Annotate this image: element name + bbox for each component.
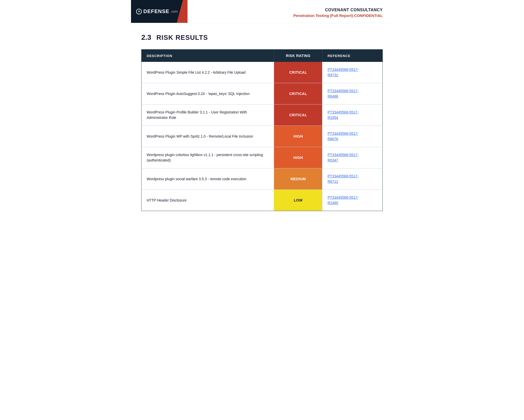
table-body: WordPress Plugin Simple File List 4.2.2 … bbox=[142, 62, 383, 211]
logo-section: ✦ DEFENSE .com bbox=[131, 0, 188, 23]
header-right: COVENANT CONSULTANCY Penetration Testing… bbox=[188, 0, 393, 23]
cell-reference: PT33445566-5517-R8712 bbox=[322, 168, 383, 190]
page-header: ✦ DEFENSE .com COVENANT CONSULTANCY Pene… bbox=[131, 0, 393, 23]
cell-reference: PT33445566-5517-R1654 bbox=[322, 104, 383, 126]
reference-link[interactable]: PT33445566-5517-R2465 bbox=[327, 195, 359, 205]
logo: ✦ DEFENSE .com bbox=[131, 8, 178, 14]
cell-reference: PT33445566-5517-R0347 bbox=[322, 147, 383, 168]
cell-risk-rating: MEDIUM bbox=[274, 168, 322, 190]
cell-risk-rating: CRITICAL bbox=[274, 62, 322, 83]
cell-risk-rating: HIGH bbox=[274, 126, 322, 147]
table-row: WordPress Plugin Profile Builder 3.1.1 -… bbox=[142, 104, 383, 126]
reference-link[interactable]: PT33445566-5517-R1654 bbox=[327, 110, 359, 120]
reference-link[interactable]: PT33445566-5517-R8712 bbox=[327, 174, 359, 184]
logo-defense: DEFENSE bbox=[143, 8, 169, 14]
col-risk-rating: RISK RATING bbox=[274, 50, 322, 62]
table-header-row: DESCRIPTION RISK RATING REFERENCE bbox=[142, 50, 383, 62]
table-row: Wordpress plugin social warfare 3.5.3 - … bbox=[142, 168, 383, 190]
cell-reference: PT33445566-5517-R9732 bbox=[322, 62, 383, 83]
report-subtitle: Penetration Testing (Full Report) CONFID… bbox=[293, 13, 383, 18]
cell-risk-rating: LOW bbox=[274, 190, 322, 211]
risk-results-table-wrapper: DESCRIPTION RISK RATING REFERENCE WordPr… bbox=[141, 49, 383, 211]
reference-link[interactable]: PT33445566-5517-R8676 bbox=[327, 131, 359, 141]
cell-description: Wordpress plugin social warfare 3.5.3 - … bbox=[142, 168, 274, 190]
cell-description: WordPress Plugin Simple File List 4.2.2 … bbox=[142, 62, 274, 83]
section-number: 2.3 bbox=[141, 33, 151, 42]
section-heading: 2.3 RISK RESULTS bbox=[141, 33, 383, 42]
cell-description: Wordpress plugin colorbox lightbox v1.1.… bbox=[142, 147, 274, 168]
table-header: DESCRIPTION RISK RATING REFERENCE bbox=[142, 50, 383, 62]
risk-results-table: DESCRIPTION RISK RATING REFERENCE WordPr… bbox=[141, 49, 383, 211]
cell-risk-rating: CRITICAL bbox=[274, 83, 322, 104]
cell-description: HTTP Header Disclosure bbox=[142, 190, 274, 211]
cell-reference: PT33445566-5517-R8676 bbox=[322, 126, 383, 147]
table-row: Wordpress plugin colorbox lightbox v1.1.… bbox=[142, 147, 383, 168]
section-title: RISK RESULTS bbox=[156, 34, 208, 42]
logo-com: .com bbox=[170, 9, 177, 13]
col-reference: REFERENCE bbox=[322, 50, 383, 62]
table-row: HTTP Header DisclosureLOWPT33445566-5517… bbox=[142, 190, 383, 211]
cell-reference: PT33445566-5517-R2465 bbox=[322, 190, 383, 211]
cell-risk-rating: CRITICAL bbox=[274, 104, 322, 126]
table-row: WordPress Plugin AutoSuggest 0.24 - 'wpa… bbox=[142, 83, 383, 104]
logo-icon: ✦ bbox=[136, 9, 142, 14]
cell-description: WordPress Plugin WP with Spritz 1.0 - Re… bbox=[142, 126, 274, 147]
reference-link[interactable]: PT33445566-5517-R0347 bbox=[327, 153, 359, 162]
cell-description: WordPress Plugin AutoSuggest 0.24 - 'wpa… bbox=[142, 83, 274, 104]
reference-link[interactable]: PT33445566-5517-R6468 bbox=[327, 89, 359, 98]
table-row: WordPress Plugin Simple File List 4.2.2 … bbox=[142, 62, 383, 83]
reference-link[interactable]: PT33445566-5517-R9732 bbox=[327, 68, 359, 77]
cell-reference: PT33445566-5517-R6468 bbox=[322, 83, 383, 104]
col-description: DESCRIPTION bbox=[142, 50, 274, 62]
cell-description: WordPress Plugin Profile Builder 3.1.1 -… bbox=[142, 104, 274, 126]
table-row: WordPress Plugin WP with Spritz 1.0 - Re… bbox=[142, 126, 383, 147]
company-name: COVENANT CONSULTANCY bbox=[325, 8, 383, 12]
cell-risk-rating: HIGH bbox=[274, 147, 322, 168]
